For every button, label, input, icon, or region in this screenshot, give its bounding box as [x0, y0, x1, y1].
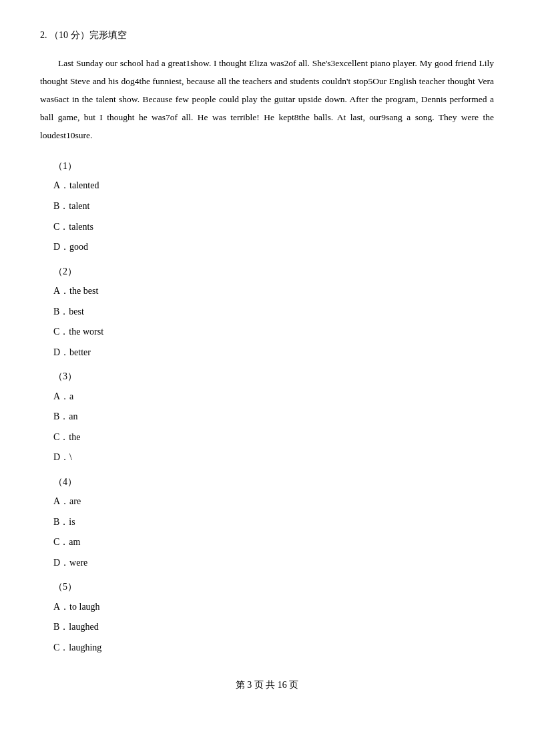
question-number: 2.: [40, 30, 47, 40]
option-4c: C．am: [53, 534, 494, 552]
sub-question-3: （3）: [53, 368, 494, 385]
footer-text: 第 3 页 共 16 页: [236, 680, 299, 690]
sub-question-5: （5）: [53, 578, 494, 595]
option-4a: A．are: [53, 493, 494, 511]
option-3c: C．the: [53, 429, 494, 447]
option-2b: B．best: [53, 303, 494, 321]
page-footer: 第 3 页 共 16 页: [40, 677, 494, 693]
sub-question-3-number: （3）: [53, 371, 77, 381]
option-3b: B．an: [53, 408, 494, 426]
sub-question-5-number: （5）: [53, 582, 77, 592]
option-3a: A．a: [53, 388, 494, 406]
question-header: 2. （10 分）完形填空: [40, 27, 494, 43]
option-1d: D．good: [53, 238, 494, 256]
sub-question-2: （2）: [53, 263, 494, 280]
option-4d: D．were: [53, 554, 494, 572]
passage-text: Last Sunday our school had a great1show.…: [40, 54, 494, 144]
sub-question-2-number: （2）: [53, 266, 77, 276]
sub-question-1: （1）: [53, 158, 494, 174]
sub-question-4: （4）: [53, 474, 494, 490]
option-2c: C．the worst: [53, 323, 494, 341]
sub-questions-container: （1） A．talented B．talent C．talents D．good…: [40, 158, 494, 656]
option-5c: C．laughing: [53, 639, 494, 657]
question-title: （10 分）完形填空: [49, 30, 127, 40]
sub-question-1-number: （1）: [53, 161, 77, 171]
option-5b: B．laughed: [53, 618, 494, 636]
option-1b: B．talent: [53, 198, 494, 216]
option-1c: C．talents: [53, 218, 494, 236]
question-section: 2. （10 分）完形填空 Last Sunday our school had…: [40, 27, 494, 656]
option-2d: D．better: [53, 344, 494, 362]
option-4b: B．is: [53, 514, 494, 532]
option-3d: D．\: [53, 449, 494, 467]
option-2a: A．the best: [53, 282, 494, 301]
option-5a: A．to laugh: [53, 598, 494, 616]
sub-question-4-number: （4）: [53, 477, 77, 487]
option-1a: A．talented: [53, 177, 494, 195]
